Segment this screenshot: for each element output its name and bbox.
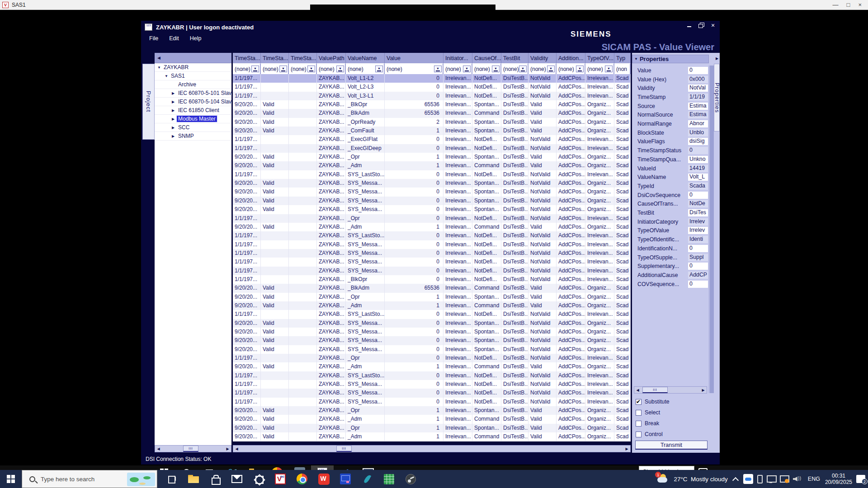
scroll-right-icon[interactable]: ▶ — [224, 446, 231, 452]
filter-cell[interactable]: (none) — [443, 63, 472, 74]
hidden-icons-chevron[interactable] — [732, 475, 739, 483]
scroll-right-icon[interactable]: ▶ — [700, 387, 707, 393]
chevron-right-icon[interactable]: ▶ — [172, 91, 177, 95]
table-row[interactable]: 1/1/197...ZAYKAB..._ExecGIDeep0Irrelevan… — [233, 144, 631, 153]
table-row[interactable]: 1/1/197...ZAYKAB..._Opr0Irrelevan...NotD… — [233, 214, 631, 223]
property-value[interactable]: 0x000 — [688, 76, 708, 83]
filter-dropdown-icon[interactable] — [492, 66, 500, 72]
taskbar-chrome-button[interactable] — [291, 470, 313, 488]
filter-cell[interactable]: (non — [614, 63, 631, 74]
table-row[interactable]: 1/1/197...ZAYKAB..._BlkOpr0Irrelevan...N… — [233, 275, 631, 284]
clock[interactable]: 00:31 20/09/2025 — [825, 473, 852, 485]
table-row[interactable]: 1/1/197...ZAYKAB...SYS_Messa...0Irreleva… — [233, 398, 631, 406]
table-row[interactable]: 9/20/20...ValidZAYKAB..._Adm1Irrelevan..… — [233, 301, 631, 310]
property-value[interactable]: 1/1/19 — [688, 94, 708, 101]
taskbar-search-input[interactable]: Type here to search — [22, 470, 157, 488]
property-value[interactable]: Irrelev — [688, 218, 708, 225]
table-row[interactable]: 9/20/20...ValidZAYKAB..._BlkOpr65536Irre… — [233, 100, 631, 109]
property-value[interactable]: Suppl — [688, 254, 708, 261]
properties-hscrollbar-thumb[interactable]: III — [642, 387, 668, 393]
chevron-right-icon[interactable]: ▶ — [172, 117, 177, 121]
column-header[interactable]: TestBit — [501, 53, 528, 63]
table-row[interactable]: 1/1/197...ZAYKAB..._ExecGIFlat0Irrelevan… — [233, 135, 631, 144]
table-row[interactable]: 9/20/20...ValidZAYKAB...SYS_Messa...0Irr… — [233, 188, 631, 196]
table-row[interactable]: 9/20/20...ValidZAYKAB..._Adm1Irrelevan..… — [233, 432, 631, 441]
speaker-icon[interactable] — [793, 475, 803, 483]
properties-header[interactable]: ▼ Properties — [632, 55, 709, 63]
table-row[interactable]: 9/20/20...ValidZAYKAB..._Adm1Irrelevan..… — [233, 415, 631, 423]
tab-project[interactable]: Project — [142, 64, 155, 140]
property-value[interactable]: Unkno — [688, 156, 708, 163]
table-row[interactable]: 1/1/197...ZAYKAB...SYS_LastSto...0Irrele… — [233, 371, 631, 380]
property-value[interactable]: 0 — [688, 245, 708, 252]
column-header[interactable]: TimeSta... — [233, 53, 261, 63]
property-value[interactable]: NotDe — [688, 200, 708, 207]
checkbox-icon[interactable] — [636, 410, 642, 416]
table-row[interactable]: 1/1/197...ZAYKAB...SYS_LastSto...0Irrele… — [233, 170, 631, 179]
table-row[interactable]: 9/20/20...ValidZAYKAB...SYS_Messa...0Irr… — [233, 197, 631, 205]
taskbar-mail-button[interactable] — [226, 470, 248, 488]
table-row[interactable]: 1/1/197...ZAYKAB...SYS_Messa...0Irreleva… — [233, 389, 631, 397]
column-header[interactable]: Value — [385, 53, 443, 63]
taskbar-vnc-viewer-button[interactable] — [269, 470, 291, 488]
tree-item-iec-61850-client[interactable]: ▶IEC 61850 Client — [155, 106, 231, 115]
property-value[interactable]: Estima — [688, 103, 708, 110]
collapse-left-icon[interactable]: ◀ — [157, 56, 160, 60]
filter-cell[interactable]: (none) — [317, 63, 346, 74]
tree-item-archive[interactable]: Archive — [155, 80, 231, 89]
tree-hscrollbar-thumb[interactable]: III — [183, 446, 198, 452]
tree-item-iec-60870-5-104-slave[interactable]: ▶IEC 60870-5-104 Slave — [155, 98, 231, 106]
filter-cell[interactable]: (none) — [261, 63, 289, 74]
taskbar-mx-app-button[interactable] — [335, 470, 356, 488]
onedrive-icon[interactable] — [743, 474, 753, 484]
scroll-left-icon[interactable]: ◀ — [634, 387, 641, 393]
chevron-right-icon[interactable]: ▶ — [172, 126, 177, 130]
table-row[interactable]: 9/20/20...ValidZAYKAB..._Adm1Irrelevan..… — [233, 161, 631, 170]
filter-dropdown-icon[interactable] — [375, 66, 383, 72]
search-highlights-icon[interactable] — [127, 473, 155, 486]
filter-dropdown-icon[interactable] — [336, 66, 344, 72]
expand-right-icon[interactable]: ▶ — [714, 55, 720, 62]
menu-edit[interactable]: Edit — [169, 35, 179, 42]
taskbar-spreadsheet-button[interactable] — [378, 470, 400, 488]
taskbar-store-button[interactable] — [204, 470, 226, 488]
filter-dropdown-icon[interactable] — [547, 66, 555, 72]
properties-hscrollbar[interactable]: ◀ III ▶ — [634, 386, 707, 394]
table-row[interactable]: 1/1/197...ZAYKAB...Volt_L3-L10Irrelevan.… — [233, 92, 631, 100]
tree-item-snmp[interactable]: ▶SNMP — [155, 132, 231, 141]
chevron-right-icon[interactable]: ▶ — [172, 100, 177, 104]
column-header[interactable]: ValuePath — [317, 53, 346, 63]
table-row[interactable]: 1/1/197...ZAYKAB...SYS_Messa...0Irreleva… — [233, 380, 631, 389]
start-button[interactable] — [0, 470, 22, 488]
property-value[interactable]: Abnor — [688, 120, 708, 127]
property-value[interactable]: 0 — [688, 147, 708, 154]
property-value[interactable]: 0 — [688, 192, 708, 199]
table-row[interactable]: 9/20/20...ValidZAYKAB..._BlkAdm65536Irre… — [233, 284, 631, 292]
table-row[interactable]: 1/1/197...ZAYKAB...SYS_LastSto...0Irrele… — [233, 231, 631, 240]
filter-cell[interactable]: (none) — [472, 63, 501, 74]
filter-dropdown-icon[interactable] — [576, 66, 584, 72]
taskbar-file-explorer-button[interactable] — [183, 470, 204, 488]
checkbox-icon[interactable] — [636, 432, 642, 437]
filter-cell[interactable]: (none) — [501, 63, 528, 74]
property-value[interactable]: 14419 — [688, 165, 708, 172]
minimize-button[interactable] — [686, 23, 693, 28]
filter-dropdown-icon[interactable] — [307, 66, 315, 72]
table-row[interactable]: 9/20/20...ValidZAYKAB..._Opr1Irrelevan..… — [233, 406, 631, 415]
property-value[interactable]: Scada — [688, 183, 708, 190]
column-header[interactable]: Initiator... — [443, 53, 472, 63]
column-header[interactable]: Typ — [614, 53, 631, 63]
taskbar-3d-viewer-button[interactable] — [248, 470, 269, 488]
taskbar-steam-button[interactable] — [400, 470, 421, 488]
filter-cell[interactable]: (none) — [585, 63, 614, 74]
tree-item-scc[interactable]: ▶SCC — [155, 123, 231, 132]
column-header[interactable]: Addition... — [557, 53, 585, 63]
checkbox-select[interactable]: Select — [636, 408, 708, 417]
your-phone-icon[interactable] — [757, 475, 763, 483]
table-row[interactable]: 1/1/197...ZAYKAB...SYS_Messa...0Irreleva… — [233, 249, 631, 258]
filter-cell[interactable]: (none) — [346, 63, 385, 74]
table-row[interactable]: 9/20/20...ValidZAYKAB...SYS_Messa...0Irr… — [233, 205, 631, 214]
filter-dropdown-icon[interactable] — [434, 66, 442, 72]
filter-dropdown-icon[interactable] — [463, 66, 471, 72]
filter-cell[interactable]: (none) — [557, 63, 585, 74]
